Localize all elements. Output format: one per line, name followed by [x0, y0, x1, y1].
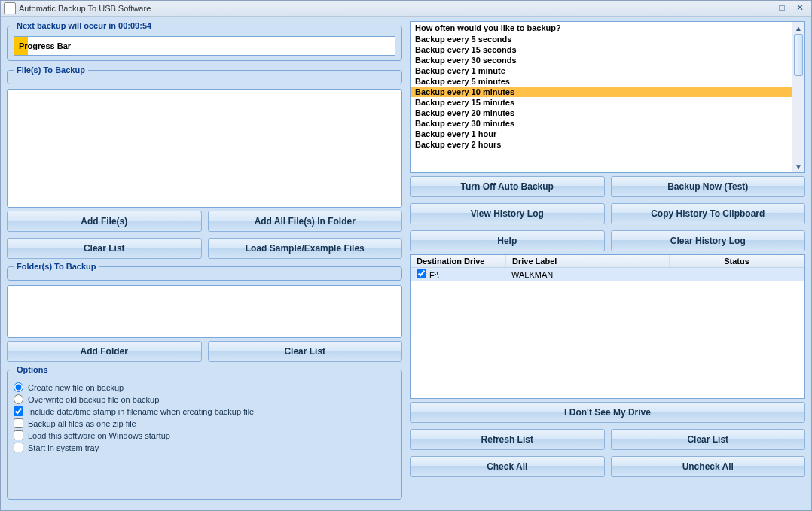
opt-create-new[interactable]: Create new file on backup	[14, 382, 395, 392]
progress-label: Progress Bar	[14, 41, 71, 50]
app-body: Next backup will occur in 00:09:54 Progr…	[1, 17, 811, 510]
check-include-ts[interactable]	[14, 406, 23, 416]
drive-letter: F:\	[429, 271, 439, 280]
close-button[interactable]: ✕	[792, 3, 808, 14]
clear-files-button[interactable]: Clear List	[7, 238, 202, 259]
opt-include-ts[interactable]: Include date/time stamp in filename when…	[14, 406, 395, 416]
radio-overwrite[interactable]	[14, 394, 23, 404]
frequency-item[interactable]: Backup every 5 minutes	[411, 76, 792, 87]
progress-bar: Progress Bar	[14, 36, 395, 56]
opt-overwrite[interactable]: Overwrite old backup file on backup	[14, 394, 395, 404]
left-column: Next backup will occur in 00:09:54 Progr…	[7, 21, 402, 504]
next-backup-group: Next backup will occur in 00:09:54 Progr…	[7, 21, 402, 61]
uncheck-all-button[interactable]: Uncheck All	[611, 456, 806, 477]
refresh-drives-button[interactable]: Refresh List	[410, 429, 605, 450]
check-zip[interactable]	[14, 418, 23, 428]
clear-log-button[interactable]: Clear History Log	[611, 230, 806, 251]
drive-rows: F:\WALKMAN	[411, 268, 804, 281]
maximize-button[interactable]: □	[774, 3, 790, 14]
opt-startup[interactable]: Load this software on Windows startup	[14, 430, 395, 440]
clear-drives-button[interactable]: Clear List	[611, 429, 806, 450]
titlebar[interactable]: Automatic Backup To USB Software — □ ✕	[1, 1, 811, 17]
frequency-item[interactable]: Backup every 30 seconds	[411, 55, 792, 65]
clear-folders-button[interactable]: Clear List	[208, 341, 403, 362]
add-folder-button[interactable]: Add Folder	[7, 341, 202, 362]
frequency-item[interactable]: Backup every 30 minutes	[411, 118, 792, 129]
col-drive[interactable]: Destination Drive	[411, 255, 506, 267]
check-tray[interactable]	[14, 443, 23, 452]
backup-now-button[interactable]: Backup Now (Test)	[611, 176, 806, 197]
minimize-button[interactable]: —	[756, 3, 772, 14]
frequency-item[interactable]: Backup every 15 seconds	[411, 44, 792, 55]
scroll-down-icon[interactable]: ▼	[792, 160, 804, 172]
check-startup[interactable]	[14, 430, 23, 440]
frequency-scroll: How often would you like to backup? Back…	[411, 22, 792, 172]
next-backup-legend: Next backup will occur in 00:09:54	[14, 21, 154, 30]
scroll-up-icon[interactable]: ▲	[792, 22, 804, 34]
copy-log-button[interactable]: Copy History To Clipboard	[611, 203, 806, 224]
folders-legend: Folder(s) To Backup	[14, 262, 99, 271]
col-label[interactable]: Drive Label	[506, 255, 670, 267]
drive-status	[668, 274, 804, 275]
frequency-item[interactable]: Backup every 20 minutes	[411, 108, 792, 118]
frequency-item[interactable]: Backup every 15 minutes	[411, 97, 792, 108]
load-sample-button[interactable]: Load Sample/Example Files	[208, 238, 403, 259]
frequency-header: How often would you like to backup?	[411, 22, 792, 34]
drive-row[interactable]: F:\WALKMAN	[411, 268, 804, 281]
frequency-listbox[interactable]: How often would you like to backup? Back…	[410, 21, 805, 173]
files-legend-wrap: File(s) To Backup	[7, 65, 402, 84]
help-button[interactable]: Help	[410, 230, 605, 251]
drives-list[interactable]: Destination Drive Drive Label Status F:\…	[410, 254, 805, 399]
drive-checkbox[interactable]	[417, 269, 426, 278]
col-status[interactable]: Status	[670, 255, 804, 267]
add-files-button[interactable]: Add File(s)	[7, 211, 202, 232]
options-legend: Options	[14, 365, 51, 374]
radio-create-new[interactable]	[14, 382, 23, 392]
scroll-thumb[interactable]	[794, 34, 803, 76]
window-title: Automatic Backup To USB Software	[19, 4, 151, 13]
check-all-button[interactable]: Check All	[410, 456, 605, 477]
drives-header: Destination Drive Drive Label Status	[411, 255, 804, 268]
add-all-files-button[interactable]: Add All File(s) In Folder	[208, 211, 403, 232]
view-log-button[interactable]: View History Log	[410, 203, 605, 224]
options-group: Options Create new file on backup Overwr…	[7, 365, 402, 500]
frequency-item[interactable]: Backup every 1 hour	[411, 129, 792, 139]
drive-label: WALKMAN	[505, 269, 668, 280]
no-drive-button[interactable]: I Don't See My Drive	[410, 402, 805, 423]
right-column: How often would you like to backup? Back…	[410, 21, 805, 504]
opt-tray[interactable]: Start in system tray	[14, 443, 395, 452]
app-window: Automatic Backup To USB Software — □ ✕ N…	[0, 0, 812, 511]
frequency-scrollbar[interactable]: ▲ ▼	[792, 22, 804, 172]
folders-legend-wrap: Folder(s) To Backup	[7, 262, 402, 281]
files-listbox[interactable]	[7, 89, 402, 208]
frequency-item[interactable]: Backup every 1 minute	[411, 65, 792, 76]
frequency-item[interactable]: Backup every 2 hours	[411, 139, 792, 150]
frequency-item[interactable]: Backup every 10 minutes	[411, 87, 792, 97]
folders-listbox[interactable]	[7, 285, 402, 338]
turn-off-button[interactable]: Turn Off Auto Backup	[410, 176, 605, 197]
app-icon	[4, 2, 16, 14]
files-legend: File(s) To Backup	[14, 65, 88, 75]
frequency-item[interactable]: Backup every 5 seconds	[411, 34, 792, 44]
opt-zip[interactable]: Backup all files as one zip file	[14, 418, 395, 428]
